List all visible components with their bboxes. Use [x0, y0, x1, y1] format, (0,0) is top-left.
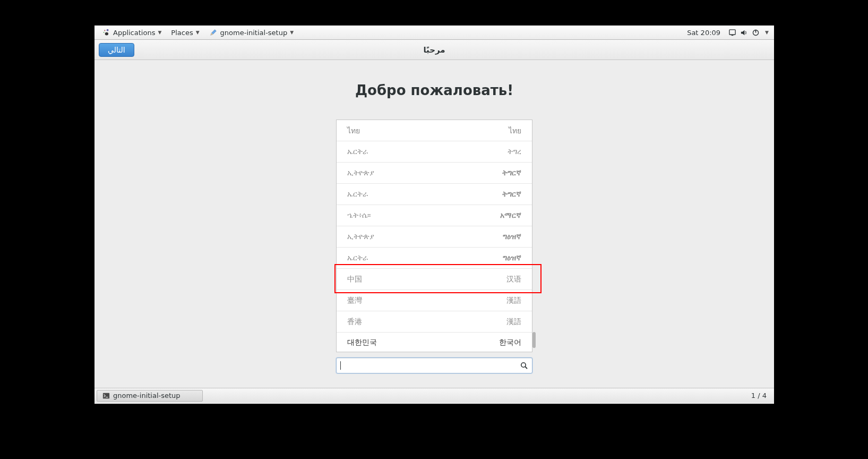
language-country: ኢትዮጵያ [347, 168, 374, 177]
language-country: ኤርትራ [347, 253, 368, 262]
places-menu[interactable]: Places ▼ [167, 27, 203, 38]
scrollbar[interactable] [532, 120, 536, 373]
language-name: ትግረ [508, 147, 521, 156]
language-list-scroll[interactable]: ไทยไทยኤርትራትግረኢትዮጵያትግርኛኤርትራትግርኛኄት፥ሴ፡፡አማርኛ… [337, 120, 532, 352]
next-button[interactable]: التالي [99, 43, 134, 57]
clock[interactable]: Sat 20:09 [687, 29, 720, 37]
caret-down-icon: ▼ [290, 30, 294, 35]
language-list-container: ไทยไทยኤርትራትግረኢትዮጵያትግርኛኤርትራትግርኛኄት፥ሴ፡፡አማርኛ… [336, 120, 532, 373]
language-country: ไทย [347, 125, 360, 137]
workspace-indicator[interactable]: 1 / 4 [744, 392, 774, 400]
svg-point-0 [107, 29, 109, 31]
svg-point-3 [105, 32, 108, 36]
search-icon [520, 361, 528, 370]
caret-down-icon[interactable]: ▼ [765, 30, 769, 35]
places-menu-label: Places [171, 29, 193, 37]
language-row[interactable]: 中国汉语 [337, 269, 532, 290]
language-row[interactable]: ኄት፥ሴ፡፡አማርኛ [337, 205, 532, 226]
taskbar-button-label: gnome-initial-setup [113, 392, 181, 400]
language-name: አማርኛ [500, 211, 521, 220]
language-country: 香港 [347, 317, 362, 327]
svg-point-1 [104, 30, 105, 31]
bottom-panel: gnome-initial-setup 1 / 4 [94, 388, 774, 403]
svg-rect-10 [103, 393, 109, 398]
welcome-title: Добро пожаловать! [355, 82, 513, 98]
svg-rect-5 [731, 35, 733, 36]
panel-left: Applications ▼ Places ▼ gnome-initial-se… [98, 27, 298, 38]
search-wrap [336, 358, 532, 373]
language-row[interactable]: ኢትዮጵያግዕዝኛ [337, 226, 532, 248]
svg-line-9 [525, 367, 527, 369]
svg-point-2 [104, 32, 105, 33]
language-row[interactable]: 대한민국한국어 [337, 333, 532, 352]
language-row[interactable]: ไทยไทย [337, 120, 532, 141]
app-menu-label: gnome-initial-setup [220, 29, 288, 37]
gnome-logo-icon [102, 28, 110, 37]
language-country: ኄት፥ሴ፡፡ [347, 211, 371, 220]
svg-point-8 [521, 363, 526, 367]
search-input[interactable] [336, 358, 532, 373]
power-icon[interactable] [751, 28, 760, 37]
headerbar: التالي مرحبًا [94, 40, 774, 60]
applications-menu-label: Applications [113, 29, 155, 37]
volume-icon[interactable] [740, 28, 748, 37]
language-name: 汉语 [506, 275, 521, 284]
language-name: ትግርኛ [502, 190, 521, 199]
accessibility-icon[interactable] [728, 28, 736, 37]
language-name: 漢語 [506, 317, 521, 327]
language-country: ኢትዮጵያ [347, 232, 374, 241]
svg-rect-4 [729, 29, 735, 34]
initial-setup-window: التالي مرحبًا Добро пожаловать! ไทยไทยኤር… [94, 40, 774, 404]
language-country: 대한민국 [347, 338, 377, 347]
language-list: ไทยไทยኤርትራትግረኢትዮጵያትግርኛኤርትራትግርኛኄት፥ሴ፡፡አማርኛ… [336, 120, 532, 352]
caret-down-icon: ▼ [158, 30, 161, 35]
desktop: Applications ▼ Places ▼ gnome-initial-se… [94, 26, 774, 404]
language-name: ไทย [509, 125, 521, 137]
language-row[interactable]: ኤርትራግዕዝኛ [337, 248, 532, 269]
language-name: ግዕዝኛ [503, 253, 521, 262]
content-area: Добро пожаловать! ไทยไทยኤርትራትግረኢትዮጵያትግርኛ… [94, 60, 774, 404]
top-panel: Applications ▼ Places ▼ gnome-initial-se… [94, 26, 774, 40]
language-row[interactable]: ኤርትራትግረ [337, 141, 532, 163]
app-menu[interactable]: gnome-initial-setup ▼ [205, 27, 298, 38]
language-country: ኤርትራ [347, 190, 368, 199]
language-country: 中国 [347, 275, 362, 284]
language-row[interactable]: ኤርትራትግርኛ [337, 184, 532, 205]
language-name: 漢語 [506, 296, 521, 305]
headerbar-title: مرحبًا [423, 45, 445, 55]
pencil-icon [209, 28, 218, 37]
panel-right: Sat 20:09 ▼ [687, 28, 771, 37]
applications-menu[interactable]: Applications ▼ [98, 27, 166, 38]
language-name: ትግርኛ [502, 168, 521, 177]
language-name: 한국어 [499, 338, 521, 347]
text-cursor [340, 361, 341, 370]
language-country: ኤርትራ [347, 147, 368, 156]
language-name: ግዕዝኛ [503, 232, 521, 241]
language-country: 臺灣 [347, 296, 362, 305]
language-row[interactable]: 臺灣漢語 [337, 290, 532, 311]
language-row[interactable]: 香港漢語 [337, 311, 532, 333]
caret-down-icon: ▼ [196, 30, 200, 35]
taskbar-button[interactable]: gnome-initial-setup [97, 390, 203, 402]
terminal-icon [102, 392, 110, 400]
language-row[interactable]: ኢትዮጵያትግርኛ [337, 163, 532, 184]
scrollbar-thumb[interactable] [532, 332, 536, 348]
